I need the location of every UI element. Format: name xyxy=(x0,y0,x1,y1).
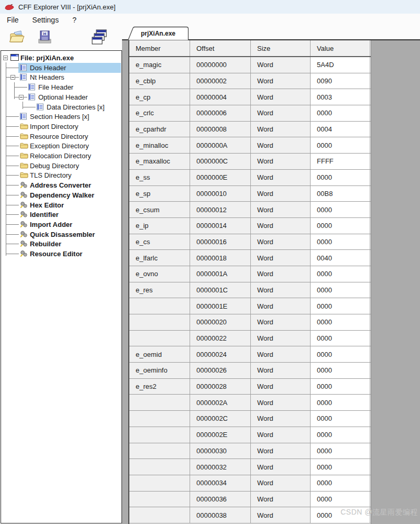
cell-value[interactable]: 0000 xyxy=(311,282,370,298)
tree-item-file-header[interactable]: File Header xyxy=(1,82,121,92)
cell-size: Word xyxy=(251,346,311,362)
tree-item-identifier[interactable]: Identifier xyxy=(1,210,121,220)
cell-value[interactable]: 0000 xyxy=(311,346,370,362)
tree-item-quick-disassembler[interactable]: Quick Disassembler xyxy=(1,230,121,239)
cell-offset: 00000016 xyxy=(190,234,251,250)
cell-value[interactable]: 0000 xyxy=(311,170,370,185)
cell-value[interactable]: 0090 xyxy=(311,73,370,89)
cell-value[interactable]: 0000 xyxy=(311,105,370,121)
save-button[interactable]: H xyxy=(34,28,55,49)
report-icon xyxy=(20,64,28,72)
cell-value[interactable]: 5A4D xyxy=(311,57,370,73)
tree-item-optional-header[interactable]: Optional Header xyxy=(1,92,121,102)
cell-offset: 0000002E xyxy=(190,427,251,443)
table-row: e_res200000028Word0000 xyxy=(129,379,371,395)
tree-item-exception-directory[interactable]: Exception Directory xyxy=(1,141,121,151)
menu-settings[interactable]: Settings xyxy=(30,15,61,25)
tree-item-nt-headers[interactable]: Nt Headers xyxy=(1,72,121,82)
tree-item-file-prjxian-exe[interactable]: File: prjXiAn.exe xyxy=(1,53,121,63)
folder-icon xyxy=(20,123,28,130)
cell-value[interactable]: 0000 xyxy=(311,137,370,153)
tree-item-label: File: prjXiAn.exe xyxy=(20,54,74,62)
tree-item-label: Identifier xyxy=(30,211,59,219)
cell-member xyxy=(129,492,190,507)
cell-size: Word xyxy=(251,363,311,378)
cell-value[interactable]: 0000 xyxy=(311,314,370,330)
report-icon xyxy=(20,73,28,81)
tree-item-dos-header[interactable]: Dos Header xyxy=(1,63,121,73)
cell-value[interactable]: 0004 xyxy=(311,122,370,137)
tree-item-address-converter[interactable]: Address Converter xyxy=(1,180,121,190)
cell-size: Word xyxy=(251,170,311,185)
cell-member: e_minalloc xyxy=(129,137,190,153)
tree-connector-line xyxy=(6,136,19,137)
tree-item-dependency-walker[interactable]: Dependency Walker xyxy=(1,190,121,200)
cell-value[interactable]: FFFF xyxy=(311,154,370,169)
cell-value[interactable]: 00B8 xyxy=(311,186,370,202)
cell-value[interactable]: 0000 xyxy=(311,427,370,443)
table-row: 00000030Word0000 xyxy=(129,443,371,460)
cell-value[interactable]: 0000 xyxy=(311,234,370,250)
cell-value[interactable]: 0040 xyxy=(311,250,370,266)
table-header-row: Member Offset Size Value xyxy=(129,40,371,57)
tab-prjxian-exe[interactable]: prjXiAn.exe xyxy=(127,26,190,40)
table-row: e_oeminfo00000026Word0000 xyxy=(129,363,371,379)
cell-member: e_res2 xyxy=(129,379,190,395)
cell-member: e_cp xyxy=(129,89,190,105)
tree-collapse-toggle[interactable] xyxy=(10,75,15,80)
cell-member xyxy=(129,298,190,314)
cell-value[interactable]: 0000 xyxy=(311,218,370,234)
cell-value[interactable]: 0000 xyxy=(311,298,370,314)
column-header-offset[interactable]: Offset xyxy=(190,40,251,56)
cell-value[interactable]: 0000 xyxy=(311,363,370,378)
tree-item-import-adder[interactable]: Import Adder xyxy=(1,220,121,230)
tree-item-debug-directory[interactable]: Debug Directory xyxy=(1,161,121,171)
csdn-watermark: CSDN @流星雨爱编程 xyxy=(340,508,418,517)
open-file-button[interactable] xyxy=(7,28,28,49)
column-header-value[interactable]: Value xyxy=(311,40,370,56)
menu-help[interactable]: ? xyxy=(70,15,79,25)
tree-item-rebuilder[interactable]: Rebuilder xyxy=(1,239,121,249)
tab-label: prjXiAn.exe xyxy=(141,30,175,37)
folder-icon xyxy=(20,171,28,179)
tree-collapse-toggle[interactable] xyxy=(19,95,24,100)
tree-item-import-directory[interactable]: Import Directory xyxy=(1,122,121,132)
tree-item-data-directories-x[interactable]: Data Directories [x] xyxy=(1,102,121,112)
cell-value[interactable]: 0000 xyxy=(311,331,370,346)
tree-item-section-headers-x[interactable]: Section Headers [x] xyxy=(1,112,121,122)
tree-item-tls-directory[interactable]: TLS Directory xyxy=(1,170,121,180)
tree-item-relocation-directory[interactable]: Relocation Directory xyxy=(1,151,121,161)
tree-collapse-toggle[interactable] xyxy=(3,56,8,60)
title-bar: CFF Explorer VIII - [prjXiAn.exe] xyxy=(0,0,420,14)
cell-value[interactable]: 0000 xyxy=(311,411,370,427)
tree-connector-line xyxy=(6,234,19,235)
windows-button[interactable] xyxy=(89,28,110,49)
cell-value[interactable]: 0000 xyxy=(311,492,370,507)
tree-item-label: Debug Directory xyxy=(30,162,79,170)
table-row: e_ovno0000001AWord0000 xyxy=(129,266,371,282)
cell-value[interactable]: 0000 xyxy=(311,443,370,459)
cell-value[interactable]: 0000 xyxy=(311,379,370,395)
cell-size: Word xyxy=(251,395,311,410)
cell-value[interactable]: 0000 xyxy=(311,202,370,217)
column-header-member[interactable]: Member xyxy=(129,40,190,56)
cell-value[interactable]: 0000 xyxy=(311,266,370,282)
cell-size: Word xyxy=(251,218,311,234)
cell-offset: 00000036 xyxy=(190,492,251,507)
cell-value[interactable]: 0000 xyxy=(311,395,370,410)
cell-value[interactable]: 0000 xyxy=(311,475,370,491)
save-icon: H xyxy=(37,29,52,47)
cell-value[interactable]: 0000 xyxy=(311,459,370,475)
tree-item-resource-editor[interactable]: Resource Editor xyxy=(1,249,121,259)
tree-item-resource-directory[interactable]: Resource Directory xyxy=(1,132,121,141)
menu-file[interactable]: File xyxy=(5,15,21,25)
tree-connector-line xyxy=(23,107,36,107)
tree-item-label: Rebuilder xyxy=(30,240,61,248)
cell-member: e_cparhdr xyxy=(129,122,190,137)
structure-tree-panel: File: prjXiAn.exeDos HeaderNt HeadersFil… xyxy=(1,50,122,523)
tree-item-hex-editor[interactable]: Hex Editor xyxy=(1,200,121,210)
cell-value[interactable]: 0003 xyxy=(311,89,370,105)
column-header-size[interactable]: Size xyxy=(251,40,311,56)
table-row: 0000002AWord0000 xyxy=(129,395,371,411)
tree-item-label: Import Adder xyxy=(30,221,72,228)
